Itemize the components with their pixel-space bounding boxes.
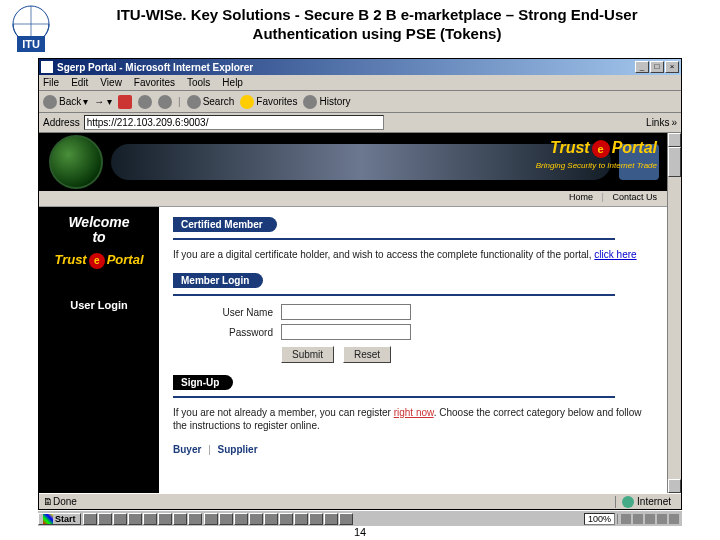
menu-help[interactable]: Help xyxy=(222,77,243,88)
task-button[interactable] xyxy=(234,513,248,525)
favorites-button[interactable]: Favorites xyxy=(240,95,297,109)
internet-zone-icon xyxy=(622,496,634,508)
status-zone: Internet xyxy=(637,496,671,507)
scroll-thumb[interactable] xyxy=(668,147,681,177)
globe-icon xyxy=(49,135,103,189)
password-label: Password xyxy=(203,327,273,338)
portal-main: Certified Member If you are a digital ce… xyxy=(159,207,667,493)
star-icon xyxy=(240,95,254,109)
search-icon xyxy=(187,95,201,109)
slide-title: ITU-WISe. Key Solutions - Secure B 2 B e… xyxy=(64,2,720,44)
forward-button[interactable]: → ▾ xyxy=(94,96,112,107)
portal-brand: TrustePortal xyxy=(550,139,657,158)
task-button[interactable] xyxy=(294,513,308,525)
task-button[interactable] xyxy=(339,513,353,525)
refresh-icon xyxy=(138,95,152,109)
browser-window: Sgerp Portal - Microsoft Internet Explor… xyxy=(38,58,682,510)
password-input[interactable] xyxy=(281,324,411,340)
task-button[interactable] xyxy=(324,513,338,525)
back-icon xyxy=(43,95,57,109)
ql-icon[interactable] xyxy=(188,513,202,525)
username-label: User Name xyxy=(203,307,273,318)
ql-icon[interactable] xyxy=(158,513,172,525)
windows-icon xyxy=(43,514,53,524)
member-login-header: Member Login xyxy=(173,273,263,288)
system-tray xyxy=(617,514,682,524)
toolbar: Back ▾ → ▾ | Search Favorites History xyxy=(39,91,681,113)
minimize-button[interactable]: _ xyxy=(635,61,649,73)
refresh-button[interactable] xyxy=(138,95,152,109)
task-button[interactable] xyxy=(249,513,263,525)
ql-icon[interactable] xyxy=(98,513,112,525)
menu-bar: File Edit View Favorites Tools Help xyxy=(39,75,681,91)
scroll-up-arrow[interactable] xyxy=(668,133,681,147)
tray-icon[interactable] xyxy=(657,514,667,524)
windows-taskbar: Start 100% xyxy=(38,510,682,526)
status-page-icon: 🗎 xyxy=(43,496,53,507)
reset-button[interactable]: Reset xyxy=(343,346,391,363)
task-button[interactable] xyxy=(219,513,233,525)
stop-button[interactable] xyxy=(118,95,132,109)
quick-launch xyxy=(83,513,202,525)
signup-header: Sign-Up xyxy=(173,375,233,390)
close-button[interactable]: × xyxy=(665,61,679,73)
page-content: TrustePortal Bringing Security to Intern… xyxy=(39,133,667,493)
certified-member-desc: If you are a digital certificate holder,… xyxy=(173,248,653,261)
ql-icon[interactable] xyxy=(83,513,97,525)
menu-view[interactable]: View xyxy=(100,77,122,88)
nav-contact[interactable]: Contact Us xyxy=(612,192,657,202)
status-done: Done xyxy=(53,496,615,507)
tray-icon[interactable] xyxy=(621,514,631,524)
history-button[interactable]: History xyxy=(303,95,350,109)
zoom-indicator[interactable]: 100% xyxy=(584,513,615,525)
address-input[interactable]: https://212.103.209.6:9003/ xyxy=(84,115,384,130)
portal-subnav: Home | Contact Us xyxy=(39,191,667,207)
window-title: Sgerp Portal - Microsoft Internet Explor… xyxy=(57,62,634,73)
address-label: Address xyxy=(43,117,80,128)
home-icon xyxy=(158,95,172,109)
window-title-bar[interactable]: Sgerp Portal - Microsoft Internet Explor… xyxy=(39,59,681,75)
task-buttons xyxy=(204,513,582,525)
start-button[interactable]: Start xyxy=(38,513,81,525)
menu-edit[interactable]: Edit xyxy=(71,77,88,88)
supplier-link[interactable]: Supplier xyxy=(218,444,258,455)
username-input[interactable] xyxy=(281,304,411,320)
menu-tools[interactable]: Tools xyxy=(187,77,210,88)
menu-favorites[interactable]: Favorites xyxy=(134,77,175,88)
tray-icon[interactable] xyxy=(669,514,679,524)
click-here-link[interactable]: click here xyxy=(594,249,636,260)
task-button[interactable] xyxy=(264,513,278,525)
home-button[interactable] xyxy=(158,95,172,109)
portal-tagline: Bringing Security to Internet Trade xyxy=(536,161,657,170)
tray-icon[interactable] xyxy=(633,514,643,524)
menu-file[interactable]: File xyxy=(43,77,59,88)
tray-icon[interactable] xyxy=(645,514,655,524)
task-button[interactable] xyxy=(204,513,218,525)
signup-desc: If you are not already a member, you can… xyxy=(173,406,653,432)
ql-icon[interactable] xyxy=(143,513,157,525)
e-badge-icon: e xyxy=(592,140,610,158)
ql-icon[interactable] xyxy=(173,513,187,525)
ql-icon[interactable] xyxy=(113,513,127,525)
links-label[interactable]: Links xyxy=(646,117,669,128)
nav-home[interactable]: Home xyxy=(569,192,593,202)
task-button[interactable] xyxy=(279,513,293,525)
scroll-down-arrow[interactable] xyxy=(668,479,681,493)
address-bar: Address https://212.103.209.6:9003/ Link… xyxy=(39,113,681,133)
history-icon xyxy=(303,95,317,109)
maximize-button[interactable]: □ xyxy=(650,61,664,73)
back-button[interactable]: Back ▾ xyxy=(43,95,88,109)
task-button[interactable] xyxy=(309,513,323,525)
certified-member-header: Certified Member xyxy=(173,217,277,232)
submit-button[interactable]: Submit xyxy=(281,346,334,363)
portal-header-banner: TrustePortal Bringing Security to Intern… xyxy=(39,133,667,191)
e-badge-icon: e xyxy=(89,253,105,269)
right-now-link[interactable]: right now xyxy=(394,407,434,418)
vertical-scrollbar[interactable] xyxy=(667,133,681,493)
sidebar-user-login: User Login xyxy=(45,299,153,311)
buyer-link[interactable]: Buyer xyxy=(173,444,201,455)
search-button[interactable]: Search xyxy=(187,95,235,109)
stop-icon xyxy=(118,95,132,109)
ql-icon[interactable] xyxy=(128,513,142,525)
svg-text:ITU: ITU xyxy=(22,38,40,50)
